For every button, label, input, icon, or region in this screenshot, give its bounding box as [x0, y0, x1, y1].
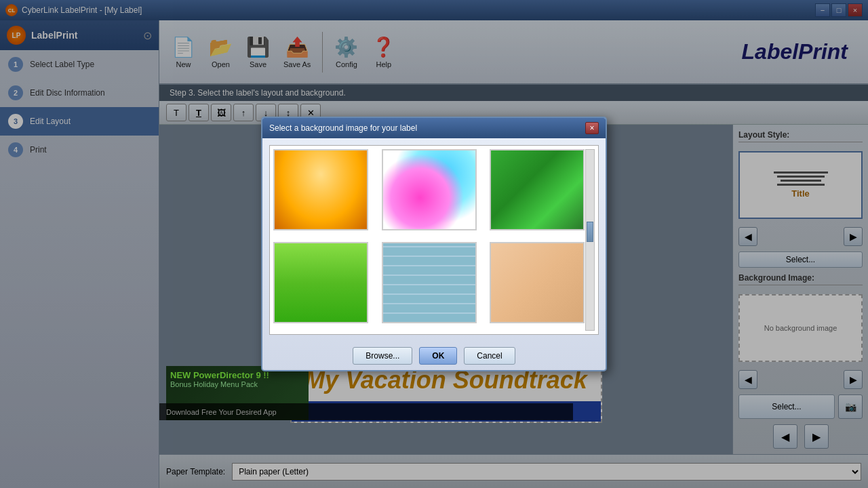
modal-overlay: Select a background image for your label…: [0, 0, 868, 488]
modal-titlebar: Select a background image for your label…: [262, 118, 606, 138]
bg-image-green-leaf[interactable]: [273, 242, 368, 323]
modal-footer: Browse... OK Cancel: [262, 342, 606, 370]
ok-button[interactable]: OK: [419, 347, 457, 365]
image-grid: [269, 145, 599, 335]
grid-scroll-thumb[interactable]: [587, 222, 593, 242]
modal-body: [262, 138, 606, 342]
bg-image-circles[interactable]: [382, 149, 477, 230]
grid-scrollbar[interactable]: [585, 149, 595, 331]
bg-image-leaves[interactable]: [490, 149, 585, 230]
background-select-dialog: Select a background image for your label…: [261, 117, 607, 371]
cancel-button[interactable]: Cancel: [464, 347, 515, 365]
bg-image-eggs[interactable]: [273, 149, 368, 230]
bg-image-skin[interactable]: [490, 242, 585, 323]
browse-button[interactable]: Browse...: [353, 347, 412, 365]
modal-close-button[interactable]: ×: [585, 122, 599, 134]
bg-image-brick[interactable]: [382, 242, 477, 323]
modal-title: Select a background image for your label: [269, 123, 417, 133]
